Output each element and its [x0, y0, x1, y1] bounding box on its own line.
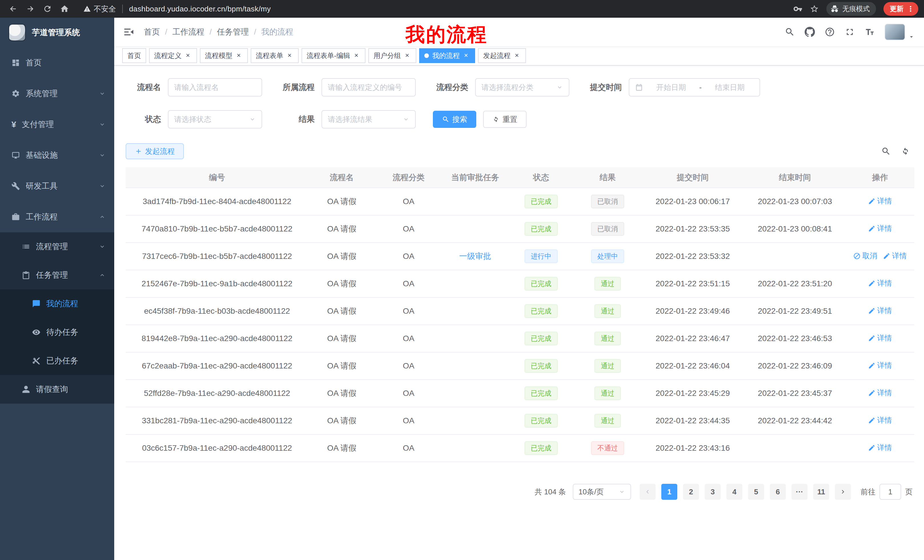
detail-link[interactable]: 详情: [868, 361, 892, 370]
refresh-table-icon[interactable]: [901, 147, 910, 156]
cell-end-time: 2022-01-22 23:49:51: [744, 297, 846, 325]
result-select-input[interactable]: [328, 115, 403, 124]
detail-link[interactable]: 详情: [883, 251, 907, 261]
sidebar-item-infrastructure[interactable]: 基础设施: [0, 140, 114, 171]
page-button-1[interactable]: 1: [661, 484, 677, 500]
sidebar-item-todo-task[interactable]: 待办任务: [0, 318, 114, 346]
search-button[interactable]: 搜索: [433, 111, 476, 128]
address-bar[interactable]: 不安全 dashboard.yudao.iocoder.cn/bpm/task/…: [83, 4, 793, 14]
page-button-3[interactable]: 3: [705, 484, 721, 500]
detail-link[interactable]: 详情: [868, 196, 892, 206]
sidebar-item-process-management[interactable]: 流程管理: [0, 232, 114, 261]
breadcrumb-item[interactable]: 任务管理: [217, 27, 249, 37]
result-select[interactable]: [321, 110, 416, 129]
detail-link[interactable]: 详情: [868, 333, 892, 343]
tab-process-form-edit[interactable]: 流程表单-编辑×: [302, 48, 366, 63]
sidebar-item-system[interactable]: 系统管理: [0, 78, 114, 109]
date-range-picker[interactable]: 开始日期 - 结束日期: [629, 78, 760, 96]
toggle-search-icon[interactable]: [881, 147, 891, 156]
fullscreen-icon[interactable]: [844, 27, 855, 37]
page-button-5[interactable]: 5: [748, 484, 764, 500]
browser-actions: 无痕模式 更新: [793, 2, 918, 16]
category-select[interactable]: [475, 78, 569, 96]
page-ellipsis[interactable]: ···: [792, 484, 807, 500]
process-name-input[interactable]: [174, 83, 256, 92]
home-icon[interactable]: [57, 1, 72, 16]
page-button-2[interactable]: 2: [683, 484, 699, 500]
tab-process-form[interactable]: 流程表单×: [251, 48, 298, 63]
github-icon[interactable]: [805, 27, 815, 37]
close-icon[interactable]: ×: [352, 52, 360, 60]
tab-process-definition[interactable]: 流程定义×: [149, 48, 197, 63]
sidebar-item-home[interactable]: 首页: [0, 47, 114, 78]
status-select[interactable]: [168, 110, 262, 129]
category-select-input[interactable]: [482, 83, 556, 92]
page-button-11[interactable]: 11: [813, 484, 829, 500]
sidebar-item-done-task[interactable]: 已办任务: [0, 346, 114, 375]
table-body: 3ad174fb-7b9d-11ec-8404-acde48001122OA 请…: [126, 188, 914, 462]
sidebar-item-devtools[interactable]: 研发工具: [0, 171, 114, 202]
tab-process-model[interactable]: 流程模型×: [200, 48, 248, 63]
forward-icon[interactable]: [23, 1, 38, 16]
prev-page-button[interactable]: [640, 484, 656, 500]
font-size-icon[interactable]: [865, 27, 875, 37]
tab-my-process[interactable]: 我的流程×: [419, 48, 475, 63]
sidebar-item-workflow[interactable]: 工作流程: [0, 202, 114, 232]
sidebar-item-my-process[interactable]: 我的流程: [0, 289, 114, 318]
page-button-6[interactable]: 6: [770, 484, 786, 500]
cancel-link[interactable]: 取消: [853, 251, 877, 261]
tab-start-process[interactable]: 发起流程×: [478, 48, 526, 63]
close-icon[interactable]: ×: [235, 52, 243, 60]
breadcrumb-item[interactable]: 首页: [144, 27, 160, 37]
detail-link[interactable]: 详情: [868, 278, 892, 288]
tab-user-group[interactable]: 用户分组×: [368, 48, 416, 63]
close-icon[interactable]: ×: [513, 52, 521, 60]
bookmark-star-icon[interactable]: [810, 4, 819, 13]
hamburger-icon[interactable]: [123, 26, 135, 38]
process-id-input[interactable]: [328, 83, 410, 92]
header-search-icon[interactable]: [784, 27, 795, 37]
edit-icon: [868, 307, 876, 314]
edit-icon: [868, 334, 876, 342]
chevron-down-icon: [618, 488, 626, 495]
tab-home[interactable]: 首页: [122, 48, 146, 63]
close-icon[interactable]: ×: [403, 52, 411, 60]
breadcrumb-item[interactable]: 工作流程: [172, 27, 204, 37]
update-button[interactable]: 更新: [884, 2, 918, 16]
cell-status: 进行中: [508, 243, 574, 270]
page-size-select[interactable]: 10条/页: [573, 484, 631, 500]
help-icon[interactable]: [825, 27, 835, 37]
cell-end-time: 2022-01-22 23:51:20: [744, 270, 846, 297]
detail-link[interactable]: 详情: [868, 306, 892, 316]
reset-button[interactable]: 重置: [483, 111, 526, 128]
pagination: 共 104 条 10条/页 123456···11 前往 页: [126, 484, 913, 500]
not-secure-warning[interactable]: 不安全: [83, 4, 116, 14]
goto-page-input[interactable]: [879, 484, 901, 500]
close-icon[interactable]: ×: [285, 52, 294, 60]
detail-link[interactable]: 详情: [868, 415, 892, 425]
user-menu[interactable]: [885, 24, 915, 40]
key-icon[interactable]: [793, 4, 802, 13]
cell-actions: 详情: [846, 297, 914, 325]
sidebar-item-leave-query[interactable]: 请假查询: [0, 375, 114, 404]
detail-link[interactable]: 详情: [868, 388, 892, 398]
status-badge: 已完成: [525, 195, 558, 208]
detail-link[interactable]: 详情: [868, 223, 892, 234]
close-icon[interactable]: ×: [184, 52, 192, 60]
detail-link[interactable]: 详情: [868, 443, 892, 453]
browser-menu-icon[interactable]: [906, 4, 915, 13]
address-separator: [122, 4, 123, 13]
current-task-link[interactable]: 一级审批: [459, 252, 491, 261]
sidebar-item-task-management[interactable]: 任务管理: [0, 261, 114, 289]
next-page-button[interactable]: [835, 484, 851, 500]
close-icon[interactable]: ×: [462, 52, 470, 60]
status-select-input[interactable]: [174, 115, 249, 124]
sidebar-item-payment[interactable]: ¥支付管理: [0, 109, 114, 140]
incognito-badge[interactable]: 无痕模式: [826, 2, 876, 16]
page-content: 流程名 所属流程 流程分类 提交时间: [114, 66, 924, 560]
app-logo-row[interactable]: 芋道管理系统: [0, 18, 114, 47]
back-icon[interactable]: [6, 1, 21, 16]
page-button-4[interactable]: 4: [726, 484, 742, 500]
create-process-button[interactable]: 发起流程: [126, 143, 184, 159]
reload-icon[interactable]: [40, 1, 55, 16]
